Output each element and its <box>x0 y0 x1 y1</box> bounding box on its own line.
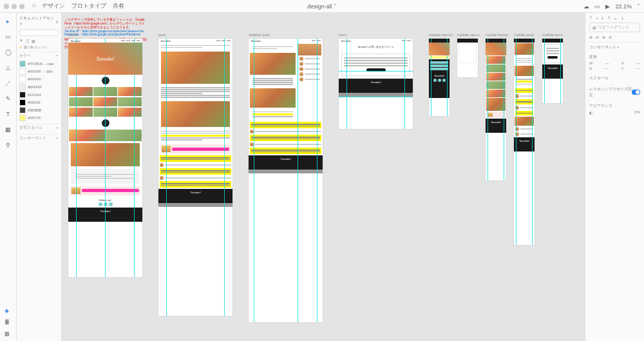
artboard-form[interactable]: Tansaku! Tansaku! お問い合わせフォーム Tansaku! <box>339 39 413 129</box>
dropdown-caret-icon[interactable]: ˅ <box>334 3 337 10</box>
x-input[interactable]: — <box>636 61 640 65</box>
y-input[interactable]: — <box>636 66 640 70</box>
rectangle-tool-icon[interactable]: ▭ <box>4 32 13 41</box>
design-canvas[interactable]: このデザインで使用している手書きフォントは、Google Fonts（https… <box>62 13 585 341</box>
artboard-label[interactable]: form <box>339 33 346 37</box>
artboard-home[interactable]: Tansaku! Tansaku! Follow me! Tansaku! <box>68 39 142 277</box>
add-icon[interactable]: ＋ <box>616 45 620 49</box>
menu-share[interactable]: 共有 <box>113 2 124 10</box>
artboard-label[interactable]: post <box>158 33 166 37</box>
align-bottom-icon[interactable]: ⤓ <box>621 15 624 20</box>
play-icon[interactable]: ▶ <box>605 3 610 10</box>
ellipse-tool-icon[interactable]: ◯ <box>4 48 13 57</box>
opacity-value[interactable]: 0% <box>634 110 640 115</box>
form-title: Tansaku! お問い合わせフォーム <box>339 43 413 51</box>
artboard-tool-icon[interactable]: ▦ <box>4 125 13 134</box>
artboard-label[interactable]: mobile-home <box>486 33 508 37</box>
artboard-label[interactable]: mobile-nav-n... <box>457 33 483 37</box>
intersect-bool-icon[interactable]: ⊗ <box>602 35 605 39</box>
zoom-tool-icon[interactable]: ⚲ <box>4 141 13 150</box>
align-left-icon[interactable]: ⤒ <box>589 15 592 20</box>
list-view-icon[interactable]: ☰ <box>26 39 29 43</box>
opacity-icon: ◐ <box>589 110 592 115</box>
select-tool-icon[interactable]: ▸ <box>4 17 13 26</box>
artboard-mobile-nav-bf[interactable]: Tansaku! <box>429 39 450 116</box>
mobile-preview-icon[interactable]: ▭ <box>594 3 600 10</box>
assets-search-input[interactable] <box>19 30 59 36</box>
inspector-panel: ⤒ ⫞ ⤓ ⤒ ⫠ ⤓ ▦リピートグリッド ⊕ ⊖ ⊗ ⊘ コンポーネント＋ 変… <box>585 13 644 341</box>
layers-panel-icon[interactable]: ≣ <box>5 319 12 327</box>
add-color-icon[interactable]: ＋ <box>55 54 59 58</box>
align-middle-icon[interactable]: ⫠ <box>614 16 618 20</box>
add-icon[interactable]: ＋ <box>55 136 59 141</box>
section-colors[interactable]: カラー <box>19 54 31 58</box>
section-component: コンポーネント <box>589 45 616 49</box>
exclude-bool-icon[interactable]: ⊘ <box>609 35 612 39</box>
align-right-icon[interactable]: ⤓ <box>601 15 604 20</box>
artboard-mobile-post[interactable]: Tansaku! <box>514 39 535 245</box>
left-toolbar: ▸ ▭ ◯ △ ／ ✎ T ▦ ⚲ <box>0 13 17 341</box>
artboard-label[interactable]: mobile-nav-bf... <box>429 33 455 37</box>
align-top-icon[interactable]: ⤒ <box>607 15 611 20</box>
assets-panel-icon[interactable]: ◈ <box>5 307 12 315</box>
section-transform: 変形 <box>589 55 597 59</box>
artboard-label[interactable]: mobile-form <box>542 33 563 37</box>
scroll-section: スクロール <box>589 76 609 80</box>
home-icon[interactable]: ⌂ <box>32 2 35 10</box>
line-tool-icon[interactable]: ／ <box>4 79 13 88</box>
zoom-level[interactable]: 22.1% <box>615 3 632 10</box>
hero-logo: Tansaku! <box>96 56 115 62</box>
color-swatch[interactable]: #FFFFFF → 90% <box>19 68 59 75</box>
window-traffic-lights <box>4 4 24 9</box>
responsive-toggle[interactable] <box>632 90 640 95</box>
grid-icon: ▦ <box>592 25 596 30</box>
artboard-mobile-nav-n[interactable] <box>457 39 478 77</box>
assets-panel: ドキュメントアセット ⇪ ▼ ☰ ▦ ⚠ 源ノ角ゴシック… カラー＋ #7FCB… <box>17 13 62 341</box>
artboard-label[interactable]: home <box>68 33 78 37</box>
assets-title: ドキュメントアセット <box>19 15 55 27</box>
section-responsive: レスポンシブリサイズ設定 <box>589 86 632 98</box>
align-center-h-icon[interactable]: ⫞ <box>596 16 598 20</box>
plugins-panel-icon[interactable]: ⊞ <box>5 331 12 338</box>
menu-design[interactable]: デザイン <box>42 2 65 10</box>
artboard-sidebar-post[interactable]: Tansaku! Tansaku! <box>249 39 323 322</box>
artboard-mobile-home[interactable]: Tansaku! <box>486 39 506 180</box>
filter-icon[interactable]: ▼ <box>19 39 23 43</box>
section-components[interactable]: コンポーネント <box>19 136 46 141</box>
polygon-tool-icon[interactable]: △ <box>4 63 13 72</box>
share-icon[interactable]: ⇪ <box>55 19 59 24</box>
document-title[interactable]: design-all <box>307 3 332 10</box>
repeat-grid-button[interactable]: ▦リピートグリッド <box>589 23 640 32</box>
color-swatch[interactable]: #FFFFFF <box>19 76 59 83</box>
contact-form <box>341 54 410 76</box>
color-swatch[interactable]: #EFEFEF <box>19 84 59 90</box>
menu-prototype[interactable]: プロトタイプ <box>71 2 106 10</box>
subtract-bool-icon[interactable]: ⊖ <box>596 35 599 39</box>
cloud-sync-icon[interactable]: ☁ <box>583 3 589 10</box>
artboard-mobile-form[interactable]: Tansaku! <box>542 39 563 103</box>
font-asset[interactable]: ⚠ 源ノ角ゴシック… <box>19 45 59 49</box>
add-icon[interactable]: ＋ <box>55 126 59 130</box>
text-tool-icon[interactable]: T <box>4 110 13 119</box>
pen-tool-icon[interactable]: ✎ <box>4 94 13 103</box>
app-menubar: ⌂ デザイン プロトタイプ 共有 design-all ˅ ☁ ▭ ▶ 22.1… <box>0 0 644 13</box>
color-swatch[interactable]: #7FCBCB → main <box>19 61 59 67</box>
color-swatch[interactable]: #3B3B3B <box>19 107 59 113</box>
width-input[interactable]: — <box>605 61 609 65</box>
section-appearance: アピアランス <box>589 104 612 108</box>
color-swatch[interactable]: #000000 <box>19 99 59 106</box>
color-swatch[interactable]: #FFF77F <box>19 115 59 121</box>
grid-view-icon[interactable]: ▦ <box>32 39 35 43</box>
color-swatch[interactable]: #1A1A1A <box>19 92 59 98</box>
section-charstyles[interactable]: 文字スタイル <box>19 126 43 130</box>
artboard-label[interactable]: sidebar-post <box>249 33 270 37</box>
artboard-label[interactable]: mobile-post <box>514 33 534 37</box>
artboard-post[interactable]: Tansaku! Tansaku! <box>158 39 232 316</box>
chevron-down-icon[interactable]: ˅ <box>637 3 640 10</box>
add-bool-icon[interactable]: ⊕ <box>589 35 592 39</box>
height-input[interactable]: — <box>605 66 609 70</box>
